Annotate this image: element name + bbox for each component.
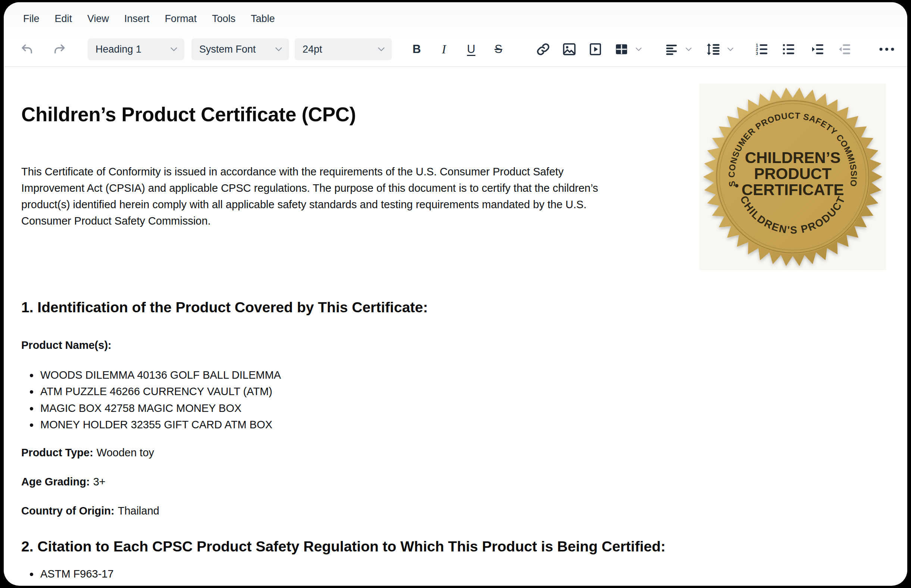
line-height-icon [706,42,721,57]
menu-edit[interactable]: Edit [55,12,73,25]
outdent-button[interactable] [832,39,857,59]
more-toolbar-button[interactable] [874,39,900,59]
intro-paragraph: This Certificate of Conformity is issued… [21,163,704,229]
svg-text:1: 1 [756,43,758,47]
ordered-list-button[interactable]: 1 2 3 [749,39,774,59]
seal-center-line1: CHILDREN’S [745,149,841,166]
chevron-down-icon [727,47,734,52]
undo-button[interactable] [17,39,37,59]
redo-button[interactable] [49,39,69,59]
underline-icon: U [467,42,475,56]
line-height-button[interactable] [701,39,725,59]
menu-tools[interactable]: Tools [212,12,236,25]
country-of-origin-label: Country of Origin: [21,505,115,517]
country-of-origin-value: Thailand [118,505,159,517]
table-button[interactable] [609,39,634,59]
list-item: ASTM F963-17 [39,565,890,582]
list-item: WOODS DILEMMA 40136 GOLF BALL DILEMMA [39,367,890,384]
seal-center-line2: PRODUCT [754,165,832,183]
seal-center-line3: CERTIFICATE [741,181,844,199]
align-menu-chevron[interactable] [684,47,693,52]
menu-view[interactable]: View [87,12,109,25]
bullet-list-icon [782,42,796,57]
indent-button[interactable] [805,39,830,59]
align-left-icon [664,42,678,57]
indent-icon [811,42,825,57]
cpsc-seal-image[interactable]: US CONSUMER PRODUCT SAFETY COMMISSION CH… [699,84,886,270]
chevron-down-icon [685,47,692,52]
italic-button[interactable]: I [431,39,456,59]
redo-icon [53,42,66,56]
age-grading-label: Age Grading: [21,476,90,488]
media-icon [588,42,603,57]
link-button[interactable] [531,39,556,59]
underline-button[interactable]: U [459,39,483,59]
menu-insert[interactable]: Insert [124,12,150,25]
align-button[interactable] [659,39,684,59]
country-of-origin-line: Country of Origin:Thailand [21,502,890,519]
citation-list: ASTM F963-17 [21,565,890,582]
chevron-down-icon [275,47,283,52]
chevron-down-icon [170,47,178,52]
age-grading-line: Age Grading:3+ [21,473,890,490]
font-family-select[interactable]: System Font [191,39,289,60]
image-icon [562,42,577,57]
product-names-label: Product Name(s): [21,337,890,353]
bullet-list-button[interactable] [776,39,801,59]
line-height-chevron[interactable] [725,47,735,52]
table-icon [614,42,629,57]
insert-media-button[interactable] [583,39,608,59]
outdent-icon [838,42,852,57]
toolbar: Heading 1 System Font 24pt B I U S [4,38,907,60]
bold-button[interactable]: B [404,39,429,59]
product-type-line: Product Type:Wooden toy [21,444,890,461]
menu-format[interactable]: Format [165,12,197,25]
strikethrough-icon: S [495,42,502,56]
list-item: MONEY HOLDER 32355 GIFT CARD ATM BOX [39,417,890,433]
more-icon [879,45,895,53]
font-size-value: 24pt [302,44,322,55]
section2-heading: 2. Citation to Each CPSC Product Safety … [21,538,890,555]
block-format-select[interactable]: Heading 1 [88,39,184,60]
chevron-down-icon [378,47,385,52]
undo-icon [21,42,34,56]
link-icon [536,42,551,57]
menu-bar: File Edit View Insert Format Tools Table [4,2,907,25]
svg-text:2: 2 [756,47,758,52]
block-format-value: Heading 1 [95,44,141,55]
seal-separator-dot [735,184,738,187]
editor-window: File Edit View Insert Format Tools Table… [4,2,907,586]
list-item: MAGIC BOX 42758 MAGIC MONEY BOX [39,400,890,417]
product-type-value: Wooden toy [97,447,154,459]
section1-heading: 1. Identification of the Product Covered… [21,299,890,316]
chevron-down-icon [635,47,642,52]
menu-file[interactable]: File [23,12,40,25]
italic-icon: I [442,42,446,57]
list-item: ATM PUZZLE 46266 CURRENCY VAULT (ATM) [39,383,890,400]
menu-table[interactable]: Table [251,12,275,25]
product-list: WOODS DILEMMA 40136 GOLF BALL DILEMMA AT… [21,367,890,433]
ordered-list-icon: 1 2 3 [755,42,769,57]
bold-icon: B [413,42,421,56]
editor-chrome: File Edit View Insert Format Tools Table… [4,2,907,67]
table-menu-chevron[interactable] [634,47,643,52]
age-grading-value: 3+ [93,476,106,488]
svg-text:3: 3 [756,52,758,56]
font-family-value: System Font [199,44,256,55]
product-type-label: Product Type: [21,447,93,459]
font-size-select[interactable]: 24pt [295,39,392,60]
strikethrough-button[interactable]: S [486,39,511,59]
insert-image-button[interactable] [557,39,581,59]
document-edit-area[interactable]: Children’s Product Certificate (CPC) [4,67,907,584]
